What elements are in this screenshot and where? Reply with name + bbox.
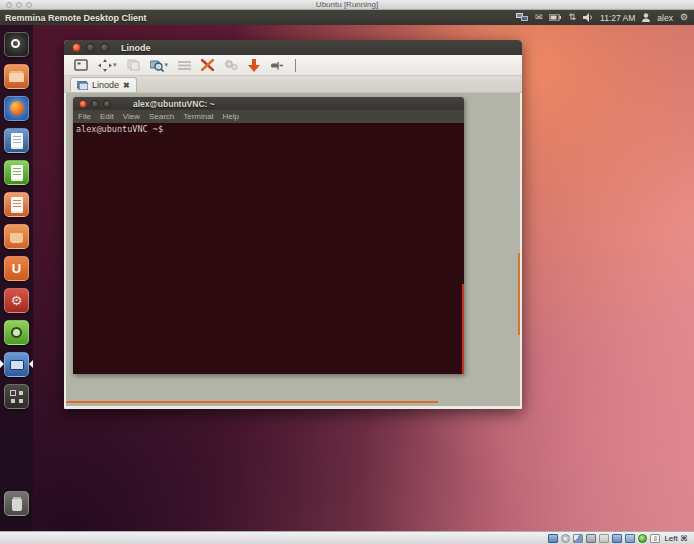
network-adapter-icon[interactable]: [586, 534, 596, 543]
terminal-body[interactable]: alex@ubuntuVNC ~$: [73, 123, 464, 374]
sync-arrows-icon[interactable]: ⇅: [568, 10, 576, 25]
disconnect-arrow-icon: [248, 59, 260, 72]
scaled-mode-button[interactable]: ▾: [96, 57, 119, 74]
copy-button[interactable]: [125, 57, 142, 74]
shared-folders-icon[interactable]: [612, 534, 622, 543]
mail-icon[interactable]: ✉: [535, 10, 543, 25]
system-settings-icon: ⚙: [4, 288, 29, 313]
vnc-window-buttons: [79, 100, 111, 108]
render-artifact-line: [462, 284, 464, 374]
menu-help[interactable]: Help: [222, 112, 238, 121]
tools-button[interactable]: [199, 57, 216, 74]
remmina-window: Linode ▾: [64, 40, 522, 409]
launcher-item-update-manager[interactable]: [0, 316, 33, 348]
keyboard-grab-icon: [178, 60, 191, 70]
menu-view[interactable]: View: [123, 112, 140, 121]
plug-icon: [270, 60, 284, 71]
connection-tab-linode[interactable]: Linode ✖: [70, 77, 137, 92]
minimize-button[interactable]: [86, 43, 95, 52]
menu-edit[interactable]: Edit: [100, 112, 114, 121]
remmina-titlebar[interactable]: Linode: [64, 40, 522, 55]
clock[interactable]: 11:27 AM: [600, 13, 635, 23]
scaled-mode-caret: ▾: [113, 61, 117, 69]
maximize-button[interactable]: [100, 43, 109, 52]
host-window-titlebar: Ubuntu [Running]: [0, 0, 694, 10]
terminal-menubar: File Edit View Search Terminal Help: [73, 110, 464, 123]
libreoffice-impress-icon: [4, 192, 29, 217]
launcher-item-remmina[interactable]: [0, 348, 33, 380]
software-center-icon: [4, 224, 29, 249]
scale-arrows-icon: [98, 59, 112, 72]
launcher-item-libreoffice-writer[interactable]: [0, 124, 33, 156]
keyboard-capture-icon[interactable]: ⇩: [650, 534, 660, 543]
menu-search[interactable]: Search: [149, 112, 174, 121]
session-gear-icon[interactable]: ⚙: [680, 10, 688, 25]
ubuntu-one-icon: U: [4, 256, 29, 281]
window-buttons: [72, 43, 109, 52]
launcher-item-libreoffice-impress[interactable]: [0, 188, 33, 220]
vnc-close-button[interactable]: [79, 100, 87, 108]
remmina-window-title: Linode: [121, 43, 151, 53]
vnc-terminal-window: alex@ubuntuVNC: ~ File Edit View Search …: [73, 97, 464, 374]
tools-x-icon: [201, 59, 214, 71]
grab-keyboard-button[interactable]: [176, 57, 193, 74]
launcher-item-libreoffice-calc[interactable]: [0, 156, 33, 188]
fullscreen-icon: [74, 59, 88, 71]
terminal-prompt: alex@ubuntuVNC ~$: [76, 124, 163, 134]
display-icon[interactable]: [625, 534, 635, 543]
launcher-item-trash[interactable]: [0, 487, 33, 519]
remote-desktop-view[interactable]: alex@ubuntuVNC: ~ File Edit View Search …: [64, 93, 522, 409]
virtualbox-statusbar: ⇩ Left ⌘: [0, 531, 694, 544]
app-menu-title[interactable]: Remmina Remote Desktop Client: [5, 13, 147, 23]
user-icon[interactable]: [642, 13, 650, 22]
launcher-item-workspace-switcher[interactable]: [0, 380, 33, 412]
remote-desktop-artifact-hline: [66, 401, 438, 403]
launcher-item-ubuntu-one[interactable]: U: [0, 252, 33, 284]
new-connection-button[interactable]: [268, 57, 286, 74]
usb-icon[interactable]: [599, 534, 609, 543]
launcher-item-dash-home[interactable]: [0, 28, 33, 60]
host-key-label: Left ⌘: [664, 534, 688, 543]
home-folder-icon: [4, 64, 29, 89]
trash-icon: [4, 491, 29, 516]
menu-file[interactable]: File: [78, 112, 91, 121]
tab-close-icon[interactable]: ✖: [123, 81, 130, 90]
disconnect-button[interactable]: [246, 57, 262, 74]
session-username[interactable]: alex: [657, 13, 673, 23]
battery-icon[interactable]: [549, 14, 561, 21]
preferences-button[interactable]: [222, 57, 240, 74]
tab-screen-icon: [77, 81, 88, 90]
mouse-integration-icon[interactable]: [638, 534, 647, 543]
launcher-item-home-folder[interactable]: [0, 60, 33, 92]
vnc-titlebar[interactable]: alex@ubuntuVNC: ~: [73, 97, 464, 110]
launcher-item-firefox[interactable]: [0, 92, 33, 124]
update-manager-icon: [4, 320, 29, 345]
vnc-maximize-button[interactable]: [103, 100, 111, 108]
vnc-minimize-button[interactable]: [91, 100, 99, 108]
optical-drive-icon[interactable]: [561, 534, 570, 543]
host-window-title: Ubuntu [Running]: [0, 0, 694, 10]
network-icon[interactable]: [516, 13, 528, 23]
ubuntu-top-panel: Remmina Remote Desktop Client ✉ ⇅ 11:27 …: [0, 10, 694, 25]
system-tray: ✉ ⇅ 11:27 AM alex ⚙: [516, 10, 688, 25]
hdd-status-icon[interactable]: [548, 534, 558, 543]
fullscreen-button[interactable]: [72, 57, 90, 74]
screenshot-button[interactable]: ▾: [148, 57, 171, 74]
screenshot-caret: ▾: [165, 61, 169, 69]
copy-icon: [127, 59, 140, 71]
recording-icon[interactable]: [573, 534, 583, 543]
launcher-item-software-center[interactable]: [0, 220, 33, 252]
vnc-window-title: alex@ubuntuVNC: ~: [133, 99, 215, 109]
focused-indicator-arrow: [29, 360, 33, 368]
remmina-icon: [4, 352, 29, 377]
close-button[interactable]: [72, 43, 81, 52]
launcher-item-system-settings[interactable]: ⚙: [0, 284, 33, 316]
menu-terminal[interactable]: Terminal: [183, 112, 213, 121]
magnifier-icon: [150, 59, 164, 72]
dash-home-icon: [4, 32, 29, 57]
remmina-toolbar: ▾ ▾: [64, 55, 522, 76]
libreoffice-calc-icon: [4, 160, 29, 185]
unity-launcher: U ⚙: [0, 25, 33, 531]
volume-icon[interactable]: [583, 13, 593, 22]
firefox-icon: [4, 96, 29, 121]
